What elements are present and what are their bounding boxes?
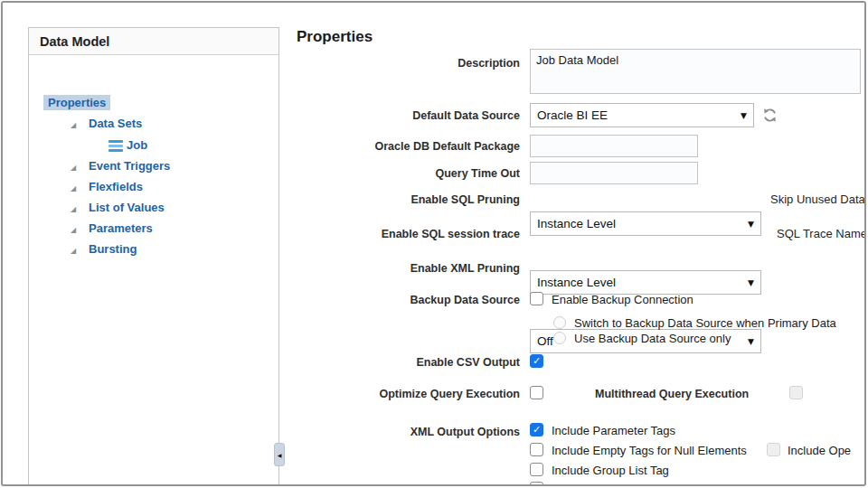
include-open-checkbox xyxy=(767,443,780,456)
multithread-query-execution-label: Multithread Query Execution xyxy=(595,388,749,400)
app-window: Data Model Properties ◢ Data Sets Job ◢ … xyxy=(1,1,866,486)
properties-form: Properties Description Job Data Model De… xyxy=(294,3,866,486)
collapse-left-icon: ◀ xyxy=(278,452,282,458)
switch-to-backup-radio[interactable] xyxy=(553,316,566,329)
data-set-icon xyxy=(108,140,123,152)
default-data-source-select[interactable]: Oracle BI EE ▼ xyxy=(530,103,754,127)
include-parameter-tags-label: Include Parameter Tags xyxy=(552,424,675,437)
enable-backup-connection-checkbox[interactable] xyxy=(530,292,543,305)
enable-sql-pruning-label: Enable SQL Pruning xyxy=(294,193,520,206)
sql-trace-name-text: SQL Trace Name xyxy=(777,227,866,240)
switch-to-backup-label: Switch to Backup Data Source when Primar… xyxy=(574,316,836,330)
enable-sql-pruning-select[interactable]: Instance Level ▼ xyxy=(530,211,761,236)
optimize-query-execution-label: Optimize Query Execution xyxy=(294,388,520,400)
enable-backup-connection-label: Enable Backup Connection xyxy=(552,293,693,306)
include-empty-tags-checkbox[interactable] xyxy=(530,443,543,456)
use-backup-only-radio[interactable] xyxy=(553,332,566,344)
optimize-query-execution-checkbox[interactable] xyxy=(530,386,543,399)
chevron-down-icon: ▼ xyxy=(748,277,754,286)
enable-csv-output-label: Enable CSV Output xyxy=(294,356,520,369)
enable-csv-output-checkbox[interactable] xyxy=(530,354,543,368)
data-model-panel: Data Model Properties ◢ Data Sets Job ◢ … xyxy=(28,27,279,486)
multithread-query-execution-checkbox xyxy=(789,386,803,399)
backup-data-source-label: Backup Data Source xyxy=(294,294,520,306)
description-input[interactable]: Job Data Model xyxy=(530,49,861,94)
exclude-tags-lob-columns-label: Exclude Tags for LOB Columns xyxy=(552,483,714,486)
query-time-out-input[interactable] xyxy=(530,162,698,184)
page-title: Properties xyxy=(297,28,373,46)
include-empty-tags-label: Include Empty Tags for Null Elements xyxy=(552,444,747,457)
disclosure-triangle-icon[interactable]: ◢ xyxy=(71,205,76,213)
enable-sql-session-trace-value: Instance Level xyxy=(537,276,616,289)
default-data-source-value: Oracle BI EE xyxy=(537,108,608,122)
oracle-db-default-package-input[interactable] xyxy=(530,135,698,157)
chevron-down-icon: ▼ xyxy=(748,219,754,228)
enable-sql-pruning-value: Instance Level xyxy=(537,217,616,230)
xml-output-options-label: XML Output Options xyxy=(294,426,520,438)
include-open-label: Include Ope xyxy=(788,444,851,457)
tree-item-properties[interactable]: Properties xyxy=(43,95,110,110)
oracle-db-default-package-label: Oracle DB Default Package xyxy=(294,140,520,153)
description-label: Description xyxy=(294,57,520,70)
include-group-list-tag-label: Include Group List Tag xyxy=(552,464,669,477)
disclosure-triangle-icon[interactable]: ◢ xyxy=(71,121,76,129)
chevron-down-icon: ▼ xyxy=(748,336,754,345)
enable-sql-session-trace-select[interactable]: Instance Level ▼ xyxy=(530,270,761,295)
disclosure-triangle-icon[interactable]: ◢ xyxy=(71,247,76,255)
default-data-source-label: Default Data Source xyxy=(294,109,520,122)
disclosure-triangle-icon[interactable]: ◢ xyxy=(71,226,76,234)
splitter-collapse-handle[interactable]: ◀ xyxy=(274,443,285,466)
skip-unused-data-text: Skip Unused Data xyxy=(770,192,865,206)
include-group-list-tag-checkbox[interactable] xyxy=(530,463,543,476)
disclosure-triangle-icon[interactable]: ◢ xyxy=(71,184,76,192)
query-time-out-label: Query Time Out xyxy=(294,167,520,180)
enable-xml-pruning-value: Off xyxy=(537,334,553,348)
use-backup-only-label: Use Backup Data Source only xyxy=(574,332,731,345)
panel-title: Data Model xyxy=(29,28,278,55)
enable-sql-session-trace-label: Enable SQL session trace xyxy=(294,228,520,240)
include-parameter-tags-checkbox[interactable] xyxy=(530,423,543,436)
chevron-down-icon: ▼ xyxy=(741,110,747,119)
enable-xml-pruning-label: Enable XML Pruning xyxy=(294,262,520,275)
refresh-icon[interactable] xyxy=(762,108,778,123)
disclosure-triangle-icon[interactable]: ◢ xyxy=(71,164,76,172)
exclude-tags-lob-columns-checkbox[interactable] xyxy=(530,482,543,486)
